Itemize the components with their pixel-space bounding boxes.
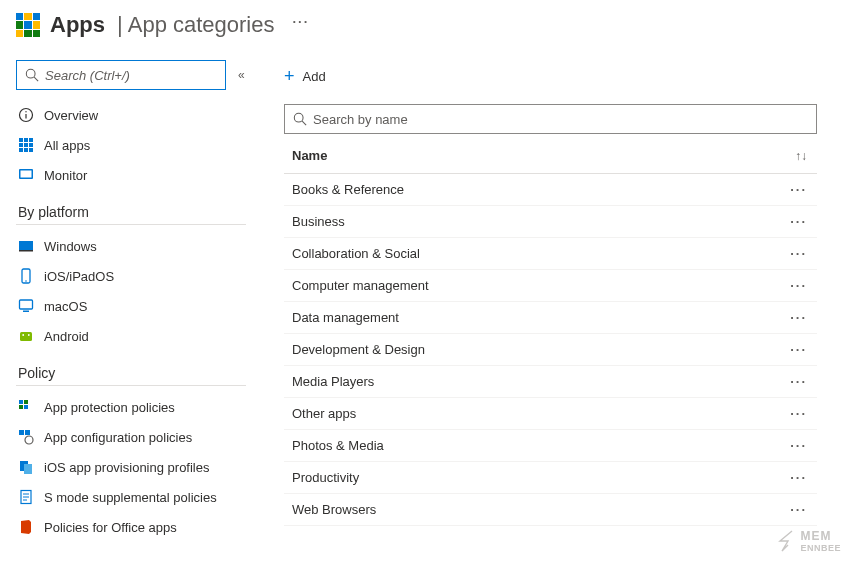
sidebar-item-ios[interactable]: iOS/iPadOS	[16, 261, 260, 291]
svg-rect-27	[19, 405, 23, 409]
row-more-button[interactable]: ···	[790, 374, 807, 389]
table-row[interactable]: Books & Reference···	[284, 174, 817, 206]
sidebar-item-overview[interactable]: Overview	[16, 100, 260, 130]
windows-icon	[18, 238, 34, 254]
main-content: + Add Name ↑↓ Books & Reference···Busine…	[260, 46, 859, 542]
row-more-button[interactable]: ···	[790, 502, 807, 517]
sidebar-item-label: App protection policies	[44, 400, 175, 415]
sidebar-item-label: macOS	[44, 299, 87, 314]
svg-rect-29	[19, 430, 24, 435]
table-row[interactable]: Development & Design···	[284, 334, 817, 366]
table-row[interactable]: Business···	[284, 206, 817, 238]
document-icon	[18, 489, 34, 505]
macos-icon	[18, 298, 34, 314]
svg-rect-17	[19, 250, 33, 252]
table-row[interactable]: Web Browsers···	[284, 494, 817, 526]
svg-point-0	[26, 69, 35, 78]
sidebar-item-label: All apps	[44, 138, 90, 153]
row-more-button[interactable]: ···	[790, 406, 807, 421]
header-more-button[interactable]: ···	[293, 14, 310, 29]
category-name: Data management	[292, 310, 399, 325]
svg-rect-6	[24, 138, 28, 142]
svg-rect-26	[24, 400, 28, 404]
svg-rect-21	[23, 311, 29, 313]
sidebar-item-label: Monitor	[44, 168, 87, 183]
table-row[interactable]: Productivity···	[284, 462, 817, 494]
table-row[interactable]: Media Players···	[284, 366, 817, 398]
filter-search[interactable]	[284, 104, 817, 134]
svg-rect-28	[24, 405, 28, 409]
add-button[interactable]: + Add	[284, 66, 326, 87]
svg-rect-10	[29, 143, 33, 147]
filter-input[interactable]	[313, 112, 808, 127]
row-more-button[interactable]: ···	[790, 246, 807, 261]
sidebar-item-app-config[interactable]: App configuration policies	[16, 422, 260, 452]
provisioning-icon	[18, 459, 34, 475]
apps-grid-icon	[16, 13, 40, 37]
column-header-name[interactable]: Name	[292, 148, 327, 163]
config-icon	[18, 429, 34, 445]
sidebar-item-android[interactable]: Android	[16, 321, 260, 351]
collapse-sidebar-button[interactable]: «	[238, 68, 245, 82]
sort-icon[interactable]: ↑↓	[795, 149, 807, 163]
sidebar-item-office-policies[interactable]: Policies for Office apps	[16, 512, 260, 542]
sidebar-item-windows[interactable]: Windows	[16, 231, 260, 261]
divider	[16, 385, 246, 386]
sidebar-search[interactable]	[16, 60, 226, 90]
sidebar-item-macos[interactable]: macOS	[16, 291, 260, 321]
table-row[interactable]: Photos & Media···	[284, 430, 817, 462]
sidebar-item-ios-provisioning[interactable]: iOS app provisioning profiles	[16, 452, 260, 482]
grid-icon	[18, 137, 34, 153]
section-heading-policy: Policy	[18, 365, 260, 381]
svg-rect-7	[29, 138, 33, 142]
svg-rect-25	[19, 400, 23, 404]
sidebar-search-input[interactable]	[45, 68, 217, 83]
svg-rect-15	[21, 171, 32, 178]
search-icon	[293, 112, 307, 126]
category-name: Development & Design	[292, 342, 425, 357]
svg-point-4	[25, 111, 26, 112]
svg-point-38	[294, 113, 303, 122]
table-row[interactable]: Collaboration & Social···	[284, 238, 817, 270]
search-icon	[25, 68, 39, 82]
sidebar-item-label: iOS/iPadOS	[44, 269, 114, 284]
ios-icon	[18, 268, 34, 284]
category-name: Books & Reference	[292, 182, 404, 197]
sidebar-item-app-protection[interactable]: App protection policies	[16, 392, 260, 422]
table-row[interactable]: Computer management···	[284, 270, 817, 302]
info-icon	[18, 107, 34, 123]
svg-rect-33	[24, 464, 32, 474]
row-more-button[interactable]: ···	[790, 470, 807, 485]
sidebar-item-label: App configuration policies	[44, 430, 192, 445]
office-icon	[18, 519, 34, 535]
row-more-button[interactable]: ···	[790, 342, 807, 357]
column-header-row: Name ↑↓	[284, 138, 817, 174]
svg-rect-8	[19, 143, 23, 147]
table-row[interactable]: Data management···	[284, 302, 817, 334]
row-more-button[interactable]: ···	[790, 310, 807, 325]
sidebar-item-label: S mode supplemental policies	[44, 490, 217, 505]
protection-icon	[18, 399, 34, 415]
sidebar-item-label: Android	[44, 329, 89, 344]
table-row[interactable]: Other apps···	[284, 398, 817, 430]
row-more-button[interactable]: ···	[790, 214, 807, 229]
category-name: Web Browsers	[292, 502, 376, 517]
sidebar-item-label: Overview	[44, 108, 98, 123]
category-name: Computer management	[292, 278, 429, 293]
category-name: Collaboration & Social	[292, 246, 420, 261]
svg-point-23	[22, 334, 24, 336]
category-name: Business	[292, 214, 345, 229]
page-header: Apps | App categories ···	[0, 0, 859, 46]
row-more-button[interactable]: ···	[790, 438, 807, 453]
svg-rect-22	[20, 332, 32, 341]
divider	[16, 224, 246, 225]
sidebar-item-all-apps[interactable]: All apps	[16, 130, 260, 160]
svg-rect-5	[19, 138, 23, 142]
svg-rect-30	[25, 430, 30, 435]
sidebar-item-s-mode[interactable]: S mode supplemental policies	[16, 482, 260, 512]
sidebar-item-label: Windows	[44, 239, 97, 254]
sidebar-item-monitor[interactable]: Monitor	[16, 160, 260, 190]
row-more-button[interactable]: ···	[790, 278, 807, 293]
category-name: Media Players	[292, 374, 374, 389]
row-more-button[interactable]: ···	[790, 182, 807, 197]
